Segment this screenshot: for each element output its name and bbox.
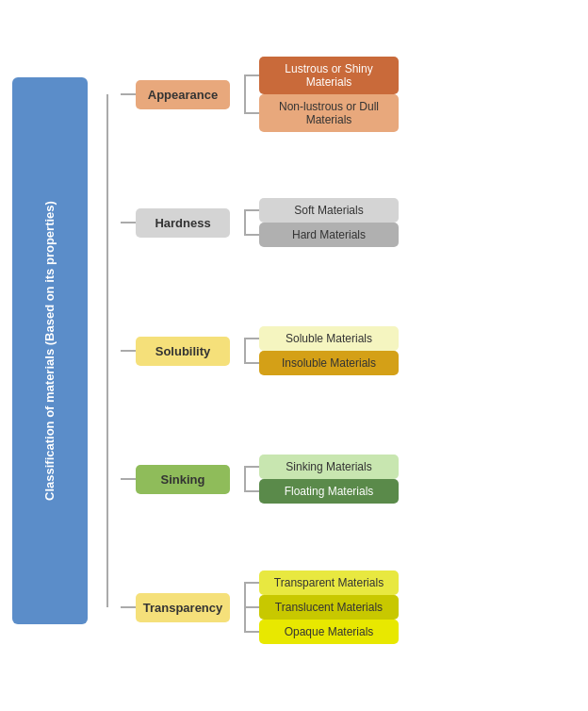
leaf-row-solubility-0: Soluble Materials [230,326,580,351]
leaf-row-appearance-1: Non-lustrous or Dull Materials [230,94,580,132]
sub-trunk-solubility [244,339,246,363]
sub-trunk-transparency [244,583,246,632]
group-hardness: HardnessSoft MaterialsHard Materials [121,158,580,287]
group-sinking: SinkingSinking MaterialsFloating Materia… [121,415,580,543]
group-transparency: TransparencyTransparent MaterialsTranslu… [121,543,580,671]
leaf-row-transparency-0: Transparent Materials [230,570,580,595]
leaf-row-transparency-2: Opaque Materials [230,620,580,644]
trunk-connector [92,21,121,681]
trunk-line [106,94,108,607]
leaf-row-hardness-0: Soft Materials [230,198,580,223]
sub-branch-solubility-1 [244,362,259,364]
leaf-row-transparency-1: Translucent Materials [230,595,580,620]
category-sinking: Sinking [136,465,230,494]
subtree-solubility: Soluble MaterialsInsoluble Materials [230,326,580,375]
diagram: Classification of materials (Based on it… [8,11,580,700]
subtree-appearance: Lustrous or Shiny MaterialsNon-lustrous … [230,57,580,132]
leaf-sinking-0: Sinking Materials [259,455,399,479]
sub-branch-solubility-0 [244,338,259,339]
group-solubility: SolubilitySoluble MaterialsInsoluble Mat… [121,287,580,415]
category-transparency: Transparency [136,593,230,622]
leaf-row-appearance-0: Lustrous or Shiny Materials [230,57,580,94]
sub-branch-appearance-1 [244,112,259,114]
leaf-transparency-0: Transparent Materials [259,570,399,595]
subtree-transparency: Transparent MaterialsTranslucent Materia… [230,570,580,644]
branch-h-hardness [121,222,136,223]
leaf-transparency-1: Translucent Materials [259,595,399,620]
sub-branch-hardness-0 [244,209,259,211]
sub-trunk-hardness [244,210,246,235]
category-appearance: Appearance [136,80,230,109]
branch-h-sinking [121,478,136,480]
leaf-row-solubility-1: Insoluble Materials [230,351,580,375]
category-hardness: Hardness [136,208,230,238]
subtree-sinking: Sinking MaterialsFloating Materials [230,455,580,504]
sub-branch-appearance-0 [244,74,259,76]
branch-h-solubility [121,350,136,352]
leaf-transparency-2: Opaque Materials [259,620,399,644]
leaf-row-hardness-1: Hard Materials [230,223,580,247]
sub-branch-transparency-1 [244,606,259,608]
leaf-hardness-1: Hard Materials [259,223,399,247]
subtree-hardness: Soft MaterialsHard Materials [230,198,580,247]
leaf-appearance-0: Lustrous or Shiny Materials [259,57,399,94]
sub-trunk-sinking [244,467,246,491]
sub-branch-sinking-0 [244,466,259,468]
sub-branch-transparency-0 [244,582,259,584]
leaf-solubility-1: Insoluble Materials [259,351,399,375]
branch-h-appearance [121,93,136,95]
leaf-hardness-0: Soft Materials [259,198,399,223]
sub-trunk-appearance [244,75,246,113]
category-solubility: Solubility [136,337,230,366]
branch-h-transparency [121,606,136,608]
leaf-row-sinking-0: Sinking Materials [230,455,580,479]
leaf-row-sinking-1: Floating Materials [230,479,580,504]
leaf-solubility-0: Soluble Materials [259,326,399,351]
leaf-appearance-1: Non-lustrous or Dull Materials [259,94,399,132]
group-appearance: AppearanceLustrous or Shiny MaterialsNon… [121,30,580,158]
groups-column: AppearanceLustrous or Shiny MaterialsNon… [121,21,580,681]
sub-branch-hardness-1 [244,234,259,236]
root-node: Classification of materials (Based on it… [12,77,88,624]
sub-branch-sinking-1 [244,490,259,492]
root-column: Classification of materials (Based on it… [8,21,92,681]
sub-branch-transparency-2 [244,631,259,633]
leaf-sinking-1: Floating Materials [259,479,399,504]
